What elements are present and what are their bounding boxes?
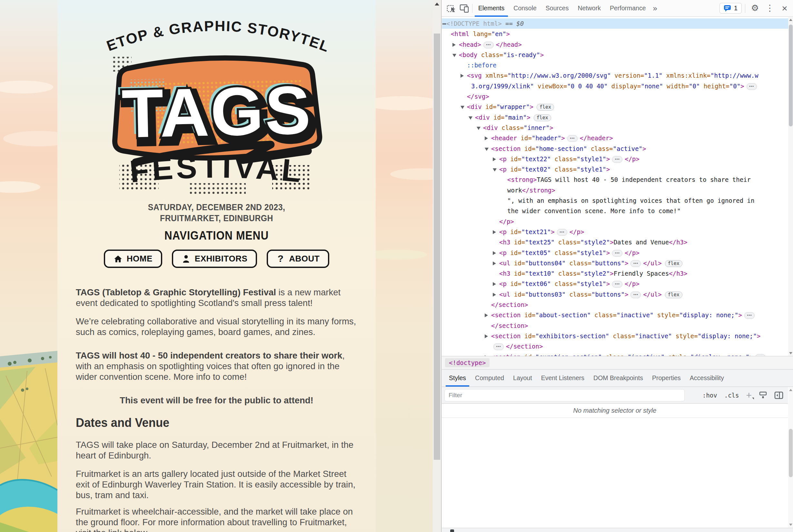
dom-tree-row[interactable]: <div id="main">flex [442,112,788,122]
dom-tree-row[interactable]: <html lang="en"> [442,29,788,39]
close-devtools-icon[interactable]: × [778,2,791,15]
tab-properties[interactable]: Properties [647,369,685,386]
dom-tree-row[interactable]: <div id="wrapper">flex [442,101,788,112]
dom-tree-row[interactable]: ⋯</section> [442,341,788,352]
dom-tree-row[interactable]: <div class="inner"> [442,122,788,133]
tab-performance[interactable]: Performance [605,0,650,17]
expand-arrow-icon[interactable] [460,74,464,78]
scroll-up-arrow-icon[interactable] [789,389,792,391]
tab-accessibility[interactable]: Accessibility [685,369,729,386]
exhibitors-button[interactable]: EXHIBITORS [172,250,257,268]
dom-tree-row[interactable]: <strong>TAGS will host 40 - 50 independe… [442,174,788,185]
collapse-arrow-icon[interactable] [477,127,480,130]
collapsed-content-icon[interactable]: ⋯ [612,281,622,288]
tab-dom-breakpoints[interactable]: DOM Breakpoints [589,369,647,386]
styles-scrollbar-thumb[interactable] [789,429,793,477]
collapsed-content-icon[interactable]: ⋯ [557,229,567,236]
dom-tree-row[interactable]: </section> [442,321,788,331]
tab-network[interactable]: Network [573,0,605,17]
scroll-down-arrow-icon[interactable] [789,352,792,354]
collapsed-content-icon[interactable]: ⋯ [612,250,622,256]
dom-tree-row[interactable]: <ul id="buttons04" class="buttons">⋯</ul… [442,258,788,268]
collapsed-content-icon[interactable]: ⋯ [630,291,641,298]
dom-tree-row[interactable]: <p id="text02" class="style1"> [442,164,788,174]
dom-tree-row[interactable]: </p> [442,216,788,227]
dom-tree-row[interactable]: <p id="text22" class="style1">⋯</p> [442,154,788,164]
paint-brush-icon[interactable] [759,391,767,399]
collapse-arrow-icon[interactable] [460,106,465,109]
dom-tree-row[interactable]: <header id="header">⋯</header> [442,133,788,143]
dom-tree-scrollbar[interactable] [788,17,793,356]
home-button[interactable]: HOME [104,250,162,268]
issues-counter-button[interactable]: 1 [719,3,742,14]
dom-tree-row[interactable]: 3.org/1999/xlink" viewBox="0 0 40 40" di… [442,81,788,91]
scroll-up-arrow-icon[interactable] [789,19,792,21]
expand-arrow-icon[interactable] [485,136,488,140]
dom-tree-row[interactable]: <h3 id="text10" class="style2">Friendly … [442,268,788,279]
collapsed-content-icon[interactable]: ⋯ [493,343,504,350]
dom-tree-row[interactable]: <svg xmlns="http://www.w3.org/2000/svg" … [442,70,788,81]
kebab-menu-icon[interactable]: ⋮ [763,2,776,15]
styles-filter-input[interactable] [445,389,685,401]
tree-scrollbar-thumb[interactable] [789,24,793,127]
dom-tree-row[interactable]: <section id="home-section" class="active… [442,144,788,154]
collapse-arrow-icon[interactable] [452,54,456,57]
flex-badge[interactable]: flex [536,104,554,111]
expand-arrow-icon[interactable] [493,251,496,255]
page-scrollbar[interactable] [433,0,441,532]
tab-elements[interactable]: Elements [474,0,509,17]
scroll-down-arrow-icon[interactable] [789,524,792,526]
settings-gear-icon[interactable]: ⚙ [749,2,761,15]
dom-tree-row[interactable]: ⋯<!DOCTYPE html> == $0 [442,18,788,29]
dom-tree-row[interactable]: <section id="curation-section" class="in… [442,352,788,356]
dom-tree-row[interactable]: </section> [442,300,788,310]
dom-tree-row[interactable]: <h3 id="text25" class="style2">Dates and… [442,237,788,247]
collapsed-content-icon[interactable]: ⋯ [744,312,755,319]
expand-arrow-icon[interactable] [493,262,496,265]
dom-tree-row[interactable]: <head>⋯</head> [442,39,788,50]
expand-arrow-icon[interactable] [493,230,496,234]
styles-scrollbar[interactable] [788,387,793,528]
collapsed-content-icon[interactable]: ⋯ [612,156,622,163]
tab-styles[interactable]: Styles [445,369,471,386]
collapsed-content-icon[interactable]: ⋯ [484,42,494,49]
flex-badge[interactable]: flex [665,260,682,267]
collapse-arrow-icon[interactable] [485,148,489,151]
expand-arrow-icon[interactable] [452,43,456,47]
new-style-rule-icon[interactable]: + [746,391,752,400]
dom-tree-row[interactable]: <ul id="buttons03" class="buttons">⋯</ul… [442,289,788,300]
dom-tree-row[interactable]: <section id="about-section" class="inact… [442,310,788,320]
toggle-sidebar-icon[interactable] [774,392,783,399]
tab-console[interactable]: Console [509,0,541,17]
flex-badge[interactable]: flex [534,114,551,121]
tab-event-listeners[interactable]: Event Listeners [536,369,589,386]
expand-arrow-icon[interactable] [493,293,496,297]
dom-tree-row[interactable]: <body class="is-ready"> [442,50,788,60]
expand-arrow-icon[interactable] [485,314,488,317]
dom-tree-row[interactable]: </svg> [442,91,788,101]
expand-arrow-icon[interactable] [493,157,496,161]
collapse-arrow-icon[interactable] [493,168,497,172]
dom-tree-row[interactable]: the wider convention scene. More info to… [442,206,788,216]
dom-tree-row[interactable]: <p id="text06" class="style1">⋯</p> [442,279,788,289]
page-scrollbar-thumb[interactable] [434,34,440,460]
dom-tree-row[interactable]: ::before [442,60,788,70]
more-tabs-icon[interactable]: » [650,4,660,13]
flex-badge[interactable]: flex [665,291,682,298]
device-toolbar-icon[interactable] [458,2,471,15]
collapsed-content-icon[interactable]: ⋯ [747,83,757,90]
toggle-class[interactable]: .cls [724,392,739,399]
breadcrumb-doctype[interactable]: <!doctype> [445,358,490,367]
inspect-element-icon[interactable] [445,2,458,15]
collapsed-content-icon[interactable]: ⋯ [567,135,578,142]
expand-arrow-icon[interactable] [493,282,496,286]
dom-tree-row[interactable]: <p id="text21">⋯</p> [442,227,788,237]
about-button[interactable]: ? ABOUT [267,250,329,268]
collapse-arrow-icon[interactable] [469,116,472,120]
scroll-up-arrow-icon[interactable] [435,3,439,5]
tab-sources[interactable]: Sources [541,0,573,17]
tab-computed[interactable]: Computed [471,369,509,386]
dom-tree-row[interactable]: work</strong> [442,185,788,195]
dom-tree-row[interactable]: <p id="text05" class="style1">⋯</p> [442,248,788,258]
dom-tree-row[interactable]: ", with an emphasis on spotlighting voic… [442,195,788,206]
